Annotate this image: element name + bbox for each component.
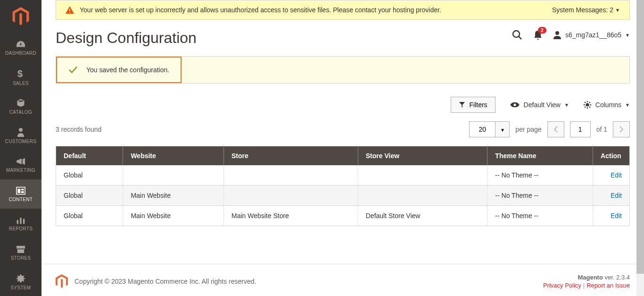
cell-website: Main Website bbox=[123, 186, 224, 206]
sidebar-item-customers[interactable]: CUSTOMERS bbox=[0, 121, 41, 150]
col-store[interactable]: Store bbox=[223, 146, 358, 166]
cell-website: Main Website bbox=[123, 206, 224, 226]
col-default[interactable]: Default bbox=[56, 146, 123, 166]
user-icon bbox=[553, 31, 561, 39]
reports-icon bbox=[16, 216, 25, 224]
cell-store bbox=[223, 186, 358, 206]
system-messages-toggle[interactable]: System Messages: 2 ▼ bbox=[552, 6, 620, 14]
svg-rect-10 bbox=[69, 12, 70, 13]
sidebar-item-label: MARKETING bbox=[6, 168, 35, 173]
sidebar-item-label: STORES bbox=[11, 255, 31, 261]
svg-point-14 bbox=[586, 103, 588, 106]
svg-rect-6 bbox=[17, 220, 18, 224]
scrollbar[interactable] bbox=[636, 0, 644, 296]
version: Magento ver. 2.3.4 bbox=[543, 274, 630, 281]
of-label: of 1 bbox=[596, 126, 607, 133]
design-config-table: Default Website Store Store View Theme N… bbox=[56, 146, 630, 226]
sidebar-item-reports[interactable]: REPORTS bbox=[0, 209, 41, 238]
col-action: Action bbox=[593, 146, 630, 166]
system-message-text: Your web server is set up incorrectly an… bbox=[80, 6, 441, 14]
sidebar-item-content[interactable]: CONTENT bbox=[0, 179, 41, 209]
cell-theme: -- No Theme -- bbox=[487, 206, 593, 226]
system-message-count: 2 bbox=[610, 6, 613, 14]
table-row: Global Main Website Main Website Store D… bbox=[56, 206, 630, 226]
search-button[interactable] bbox=[512, 29, 523, 41]
page-title: Design Configuration bbox=[56, 29, 197, 47]
edit-link[interactable]: Edit bbox=[611, 171, 622, 179]
notifications-button[interactable]: 2 bbox=[533, 30, 543, 40]
prev-page-button[interactable] bbox=[547, 121, 564, 137]
edit-link[interactable]: Edit bbox=[611, 212, 622, 220]
check-icon bbox=[68, 66, 78, 74]
sidebar-item-label: SALES bbox=[13, 81, 29, 86]
chevron-left-icon bbox=[553, 126, 558, 133]
page-footer: Copyright © 2023 Magento Commerce Inc. A… bbox=[41, 264, 644, 296]
chevron-right-icon bbox=[619, 126, 624, 133]
default-view-dropdown[interactable]: Default View ▼ bbox=[510, 101, 569, 109]
content-icon bbox=[16, 186, 25, 195]
user-menu[interactable]: s6_mg7az1__86o5 ▼ bbox=[553, 31, 630, 39]
next-page-button[interactable] bbox=[613, 121, 630, 137]
cell-store-view bbox=[358, 165, 487, 186]
records-found: 3 records found bbox=[56, 126, 101, 133]
sidebar-item-system[interactable]: SYSTEM bbox=[0, 267, 41, 296]
cell-store bbox=[223, 165, 358, 186]
username: s6_mg7az1__86o5 bbox=[565, 31, 621, 39]
magento-logo-small bbox=[56, 274, 68, 288]
cell-theme: -- No Theme -- bbox=[487, 186, 593, 206]
col-theme[interactable]: Theme Name bbox=[487, 146, 593, 166]
admin-sidebar: DASHBOARD $ SALES CATALOG CUSTOMERS MARK… bbox=[0, 0, 41, 296]
privacy-link[interactable]: Privacy Policy bbox=[543, 282, 581, 289]
copyright: Copyright © 2023 Magento Commerce Inc. A… bbox=[74, 278, 256, 285]
per-page-dropdown[interactable]: ▼ bbox=[495, 121, 510, 137]
warning-icon bbox=[66, 6, 74, 14]
person-icon bbox=[17, 127, 25, 137]
cell-theme: -- No Theme -- bbox=[487, 165, 593, 186]
sidebar-item-label: DASHBOARD bbox=[5, 51, 36, 56]
funnel-icon bbox=[459, 101, 465, 108]
sidebar-item-label: SYSTEM bbox=[11, 285, 31, 290]
svg-text:$: $ bbox=[17, 68, 23, 79]
chevron-down-icon: ▼ bbox=[564, 102, 569, 108]
success-message: You saved the configuration. bbox=[56, 56, 630, 84]
cell-store-view bbox=[358, 186, 487, 206]
sidebar-item-stores[interactable]: STORES bbox=[0, 238, 41, 267]
table-row: Global Main Website -- No Theme -- Edit bbox=[56, 186, 630, 206]
per-page-input[interactable] bbox=[469, 121, 495, 137]
svg-point-13 bbox=[555, 31, 559, 35]
success-message-text: You saved the configuration. bbox=[86, 66, 169, 74]
scrollbar-thumb[interactable] bbox=[636, 0, 644, 274]
system-message-bar: Your web server is set up incorrectly an… bbox=[56, 0, 630, 20]
edit-link[interactable]: Edit bbox=[611, 192, 622, 199]
svg-rect-8 bbox=[23, 219, 25, 224]
col-store-view[interactable]: Store View bbox=[358, 146, 487, 166]
columns-label: Columns bbox=[595, 101, 621, 109]
col-website[interactable]: Website bbox=[123, 146, 224, 166]
sidebar-item-sales[interactable]: $ SALES bbox=[0, 62, 41, 92]
sidebar-item-label: CATALOG bbox=[9, 110, 32, 115]
default-view-label: Default View bbox=[524, 101, 561, 109]
cell-default: Global bbox=[56, 165, 123, 186]
sidebar-item-marketing[interactable]: MARKETING bbox=[0, 150, 41, 179]
svg-rect-7 bbox=[20, 218, 21, 224]
filters-button[interactable]: Filters bbox=[451, 97, 495, 113]
svg-rect-9 bbox=[69, 8, 70, 11]
columns-dropdown[interactable]: Columns ▼ bbox=[583, 101, 630, 109]
svg-point-1 bbox=[19, 128, 23, 132]
svg-line-12 bbox=[519, 36, 521, 39]
page-input[interactable] bbox=[570, 121, 591, 137]
svg-point-11 bbox=[513, 31, 520, 37]
svg-rect-3 bbox=[17, 188, 20, 193]
sidebar-item-label: CONTENT bbox=[9, 197, 33, 202]
chevron-down-icon: ▼ bbox=[625, 33, 630, 38]
cell-website bbox=[123, 165, 224, 186]
report-link[interactable]: Report an Issue bbox=[586, 282, 630, 289]
magento-logo[interactable] bbox=[0, 0, 41, 33]
notification-badge: 2 bbox=[538, 27, 546, 34]
system-message-count-label: System Messages: bbox=[552, 6, 608, 14]
chevron-down-icon: ▼ bbox=[500, 127, 505, 133]
sidebar-item-catalog[interactable]: CATALOG bbox=[0, 92, 41, 121]
cell-store: Main Website Store bbox=[223, 206, 358, 226]
gear-icon bbox=[16, 274, 25, 283]
sidebar-item-dashboard[interactable]: DASHBOARD bbox=[0, 33, 41, 62]
